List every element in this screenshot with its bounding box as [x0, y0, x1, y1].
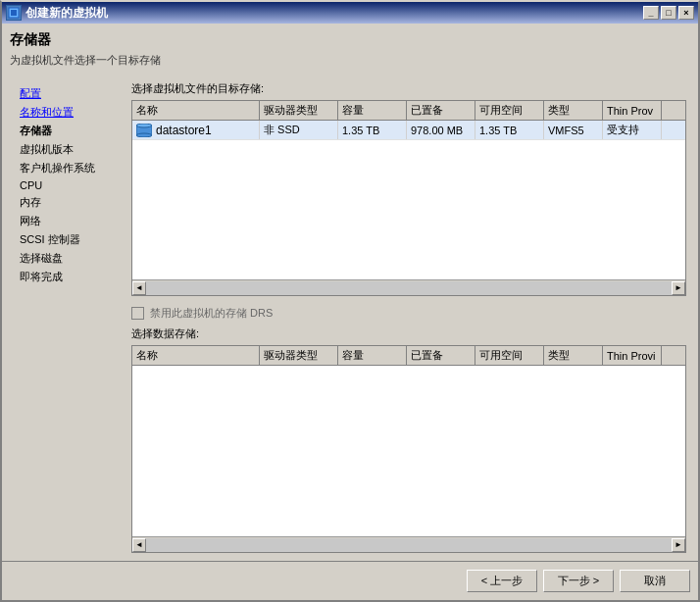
sidebar: 配置 名称和位置 存储器 虚拟机版本 客户机操作系统 CPU 内存 网络 SCS… [10, 81, 127, 553]
lower-table-body [132, 366, 685, 536]
scroll-left-button[interactable]: ◄ [132, 281, 146, 295]
lower-col-header-driver: 驱动器类型 [260, 346, 338, 365]
cell-capacity: 1.35 TB [338, 121, 407, 139]
sidebar-item-memory[interactable]: 内存 [18, 194, 120, 211]
checkbox-area: 禁用此虚拟机的存储 DRS [131, 304, 686, 323]
lower-scroll-left-button[interactable]: ◄ [132, 538, 146, 552]
content-area: 选择虚拟机文件的目标存储: 名称 驱动器类型 容量 已置备 可用空间 类型 Th… [127, 81, 690, 553]
minimize-button[interactable]: _ [643, 6, 659, 20]
col-header-thin: Thin Prov [603, 101, 662, 120]
col-header-provisioned: 已置备 [407, 101, 475, 120]
bottom-bar: < 上一步 下一步 > 取消 [2, 561, 698, 600]
sidebar-item-scsi[interactable]: SCSI 控制器 [18, 231, 120, 248]
cell-provisioned: 978.00 MB [407, 121, 475, 139]
lower-col-header-free: 可用空间 [475, 346, 544, 365]
svg-point-3 [136, 124, 152, 127]
cell-name: datastore1 [132, 121, 260, 139]
sidebar-item-name[interactable]: 名称和位置 [18, 104, 120, 121]
col-header-type: 类型 [544, 101, 603, 120]
cancel-button[interactable]: 取消 [620, 570, 690, 592]
lower-col-header-type: 类型 [544, 346, 603, 365]
page-subtitle: 为虚拟机文件选择一个目标存储 [10, 53, 690, 68]
title-buttons: _ □ × [643, 6, 694, 20]
sidebar-item-cpu[interactable]: CPU [18, 178, 120, 192]
main-area: 配置 名称和位置 存储器 虚拟机版本 客户机操作系统 CPU 内存 网络 SCS… [10, 81, 690, 553]
lower-col-header-name: 名称 [132, 346, 260, 365]
drs-checkbox[interactable] [131, 307, 144, 320]
sidebar-item-network[interactable]: 网络 [18, 213, 120, 229]
sidebar-item-guestos[interactable]: 客户机操作系统 [18, 160, 120, 176]
sidebar-item-storage[interactable]: 存储器 [18, 123, 120, 139]
datastore-icon [136, 124, 152, 137]
scroll-track[interactable] [146, 281, 672, 295]
lower-scrollbar-row: ◄ ► [132, 536, 685, 552]
scroll-right-button[interactable]: ► [672, 281, 685, 295]
lower-table: 名称 驱动器类型 容量 已置备 可用空间 类型 Thin Provi ◄ ► [131, 345, 686, 553]
svg-point-4 [136, 133, 152, 137]
page-title: 存储器 [10, 31, 690, 49]
table-row[interactable]: datastore1 非 SSD 1.35 TB 978.00 MB 1.35 … [132, 121, 685, 140]
lower-scroll-track[interactable] [146, 538, 672, 552]
next-button[interactable]: 下一步 > [543, 570, 614, 592]
lower-table-label: 选择数据存储: [131, 326, 686, 341]
back-button[interactable]: < 上一步 [467, 570, 537, 592]
lower-col-header-thin: Thin Provi [603, 346, 662, 365]
col-header-capacity: 容量 [338, 101, 407, 120]
lower-col-header-capacity: 容量 [338, 346, 407, 365]
sidebar-item-selectdisk[interactable]: 选择磁盘 [18, 250, 120, 267]
col-header-driver: 驱动器类型 [260, 101, 338, 120]
sidebar-item-config[interactable]: 配置 [18, 85, 120, 102]
title-bar-left: 创建新的虚拟机 [6, 5, 108, 22]
cell-type: VMFS5 [544, 121, 603, 139]
upper-table-label: 选择虚拟机文件的目标存储: [131, 81, 686, 96]
svg-rect-1 [11, 10, 17, 16]
cell-free: 1.35 TB [475, 121, 544, 139]
lower-table-header: 名称 驱动器类型 容量 已置备 可用空间 类型 Thin Provi [132, 346, 685, 366]
upper-table-header: 名称 驱动器类型 容量 已置备 可用空间 类型 Thin Prov [132, 101, 685, 121]
upper-table: 名称 驱动器类型 容量 已置备 可用空间 类型 Thin Prov [131, 100, 686, 296]
sidebar-item-vmversion[interactable]: 虚拟机版本 [18, 141, 120, 158]
main-window: 创建新的虚拟机 _ □ × 存储器 为虚拟机文件选择一个目标存储 配置 名称和位… [0, 0, 700, 602]
sidebar-item-finish[interactable]: 即将完成 [18, 269, 120, 285]
cell-thin: 受支持 [603, 121, 662, 139]
window-content: 存储器 为虚拟机文件选择一个目标存储 配置 名称和位置 存储器 虚拟机版本 客户… [2, 24, 698, 561]
close-button[interactable]: × [678, 6, 694, 20]
title-bar: 创建新的虚拟机 _ □ × [2, 2, 698, 24]
window-icon [6, 5, 22, 21]
drs-label: 禁用此虚拟机的存储 DRS [150, 306, 273, 321]
cell-driver: 非 SSD [260, 121, 338, 139]
maximize-button[interactable]: □ [661, 6, 676, 20]
lower-scroll-right-button[interactable]: ► [672, 538, 685, 552]
col-header-name: 名称 [132, 101, 260, 120]
col-header-free: 可用空间 [475, 101, 544, 120]
upper-scrollbar-row: ◄ ► [132, 279, 685, 295]
lower-col-header-provisioned: 已置备 [407, 346, 475, 365]
window-title: 创建新的虚拟机 [25, 5, 108, 22]
upper-table-body: datastore1 非 SSD 1.35 TB 978.00 MB 1.35 … [132, 121, 685, 279]
